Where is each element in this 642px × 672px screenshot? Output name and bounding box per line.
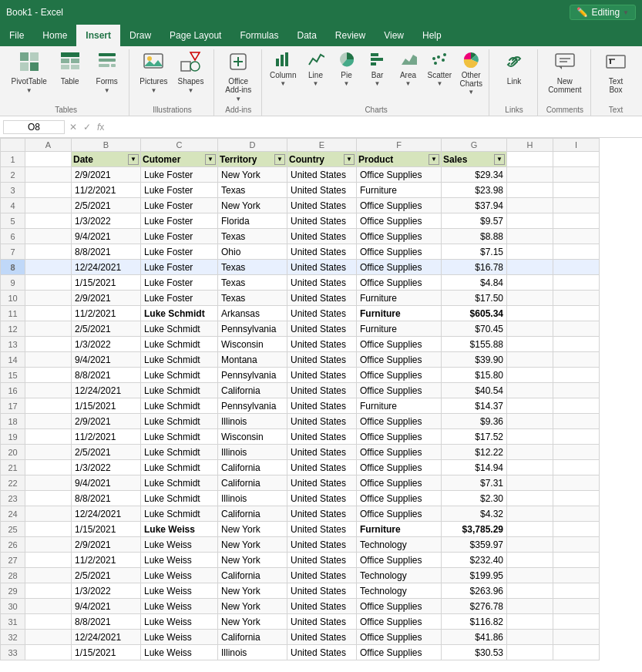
tab-insert[interactable]: Insert bbox=[76, 25, 120, 46]
cell-i31[interactable] bbox=[553, 614, 600, 630]
cell-b32[interactable]: 12/24/2021 bbox=[72, 630, 141, 645]
cell-a7[interactable] bbox=[25, 244, 72, 260]
cell-h24[interactable] bbox=[507, 506, 553, 522]
row-header-30[interactable]: 30 bbox=[1, 599, 25, 614]
cell-b2[interactable]: 2/9/2021 bbox=[72, 167, 141, 183]
cell-h12[interactable] bbox=[507, 321, 553, 337]
cell-e10[interactable]: United States bbox=[287, 291, 357, 306]
cell-e5[interactable]: United States bbox=[287, 213, 357, 229]
row-header-23[interactable]: 23 bbox=[1, 491, 25, 506]
cell-h18[interactable] bbox=[507, 414, 553, 429]
cell-f32[interactable]: Office Supplies bbox=[357, 630, 442, 645]
row-header-27[interactable]: 27 bbox=[1, 553, 25, 568]
cell-d5[interactable]: Florida bbox=[218, 213, 287, 229]
cell-h8[interactable] bbox=[507, 260, 553, 275]
cell-d22[interactable]: California bbox=[218, 475, 287, 491]
cell-f24[interactable]: Office Supplies bbox=[357, 506, 442, 522]
cell-b23[interactable]: 8/8/2021 bbox=[72, 491, 141, 506]
tab-review[interactable]: Review bbox=[326, 25, 375, 46]
other-charts-button[interactable]: OtherCharts ▼ bbox=[457, 49, 485, 97]
cell-e16[interactable]: United States bbox=[287, 383, 357, 398]
cell-h29[interactable] bbox=[507, 583, 553, 599]
cell-f30[interactable]: Office Supplies bbox=[357, 599, 442, 614]
column-chart-button[interactable]: Column ▼ bbox=[267, 49, 298, 89]
cell-a29[interactable] bbox=[25, 583, 72, 599]
cell-e18[interactable]: United States bbox=[287, 414, 357, 429]
cell-g17[interactable]: $14.37 bbox=[442, 398, 507, 414]
cell-a28[interactable] bbox=[25, 568, 72, 583]
cell-header-f[interactable]: Product▼ bbox=[357, 152, 442, 167]
cell-e14[interactable]: United States bbox=[287, 352, 357, 368]
cell-i22[interactable] bbox=[553, 475, 600, 491]
cell-h2[interactable] bbox=[507, 167, 553, 183]
cell-c26[interactable]: Luke Weiss bbox=[141, 537, 218, 553]
cell-a26[interactable] bbox=[25, 537, 72, 553]
cell-f5[interactable]: Office Supplies bbox=[357, 213, 442, 229]
cell-b18[interactable]: 2/9/2021 bbox=[72, 414, 141, 429]
cell-d13[interactable]: Wisconsin bbox=[218, 337, 287, 352]
col-header-a[interactable]: A bbox=[25, 139, 72, 152]
cell-c19[interactable]: Luke Schmidt bbox=[141, 429, 218, 445]
cell-d19[interactable]: Wisconsin bbox=[218, 429, 287, 445]
col-header-i[interactable]: I bbox=[553, 139, 600, 152]
cell-i27[interactable] bbox=[553, 553, 600, 568]
cell-a27[interactable] bbox=[25, 553, 72, 568]
cell-i19[interactable] bbox=[553, 429, 600, 445]
cell-f22[interactable]: Office Supplies bbox=[357, 475, 442, 491]
row-header-29[interactable]: 29 bbox=[1, 583, 25, 599]
cell-g29[interactable]: $263.96 bbox=[442, 583, 507, 599]
row-header-2[interactable]: 2 bbox=[1, 167, 25, 183]
cell-f6[interactable]: Office Supplies bbox=[357, 229, 442, 244]
cell-d31[interactable]: New York bbox=[218, 614, 287, 630]
cell-d26[interactable]: New York bbox=[218, 537, 287, 553]
col-header-d[interactable]: D bbox=[218, 139, 287, 152]
cell-b25[interactable]: 1/15/2021 bbox=[72, 522, 141, 537]
col-header-e[interactable]: E bbox=[287, 139, 357, 152]
cell-f26[interactable]: Technology bbox=[357, 537, 442, 553]
cell-h22[interactable] bbox=[507, 475, 553, 491]
textbox-button[interactable]: TextBox bbox=[599, 49, 633, 96]
spreadsheet-container[interactable]: A B C D E F G H I 1Date▼Cutomer▼Territor… bbox=[0, 138, 642, 672]
cell-i15[interactable] bbox=[553, 368, 600, 383]
cell-a8[interactable] bbox=[25, 260, 72, 275]
cell-g5[interactable]: $9.57 bbox=[442, 213, 507, 229]
cell-b20[interactable]: 2/5/2021 bbox=[72, 445, 141, 460]
cell-b29[interactable]: 1/3/2022 bbox=[72, 583, 141, 599]
cell-c29[interactable]: Luke Weiss bbox=[141, 583, 218, 599]
cell-header-g[interactable]: Sales▼ bbox=[442, 152, 507, 167]
cell-i6[interactable] bbox=[553, 229, 600, 244]
filter-button-f[interactable]: ▼ bbox=[429, 154, 439, 165]
cell-f33[interactable]: Office Supplies bbox=[357, 645, 442, 660]
cell-header-e[interactable]: Country▼ bbox=[287, 152, 357, 167]
row-header-4[interactable]: 4 bbox=[1, 198, 25, 213]
cell-i26[interactable] bbox=[553, 537, 600, 553]
cell-c3[interactable]: Luke Foster bbox=[141, 183, 218, 198]
cell-h17[interactable] bbox=[507, 398, 553, 414]
cell-a24[interactable] bbox=[25, 506, 72, 522]
cell-f15[interactable]: Office Supplies bbox=[357, 368, 442, 383]
cell-f17[interactable]: Furniture bbox=[357, 398, 442, 414]
tab-data[interactable]: Data bbox=[287, 25, 325, 46]
cell-c32[interactable]: Luke Weiss bbox=[141, 630, 218, 645]
col-header-g[interactable]: G bbox=[442, 139, 507, 152]
cell-e4[interactable]: United States bbox=[287, 198, 357, 213]
cell-b8[interactable]: 12/24/2021 bbox=[72, 260, 141, 275]
row-header-11[interactable]: 11 bbox=[1, 306, 25, 321]
cell-e20[interactable]: United States bbox=[287, 445, 357, 460]
cell-f20[interactable]: Office Supplies bbox=[357, 445, 442, 460]
cell-b15[interactable]: 8/8/2021 bbox=[72, 368, 141, 383]
cell-i28[interactable] bbox=[553, 568, 600, 583]
cell-i10[interactable] bbox=[553, 291, 600, 306]
cell-e26[interactable]: United States bbox=[287, 537, 357, 553]
row-header-22[interactable]: 22 bbox=[1, 475, 25, 491]
cell-g18[interactable]: $9.36 bbox=[442, 414, 507, 429]
cell-d29[interactable]: New York bbox=[218, 583, 287, 599]
cell-i1[interactable] bbox=[553, 152, 600, 167]
cell-c25[interactable]: Luke Weiss bbox=[141, 522, 218, 537]
pivottable-button[interactable]: PivotTable ▼ bbox=[8, 49, 50, 96]
cell-i17[interactable] bbox=[553, 398, 600, 414]
cell-f8[interactable]: Office Supplies bbox=[357, 260, 442, 275]
cell-a4[interactable] bbox=[25, 198, 72, 213]
cell-i11[interactable] bbox=[553, 306, 600, 321]
cell-b6[interactable]: 9/4/2021 bbox=[72, 229, 141, 244]
